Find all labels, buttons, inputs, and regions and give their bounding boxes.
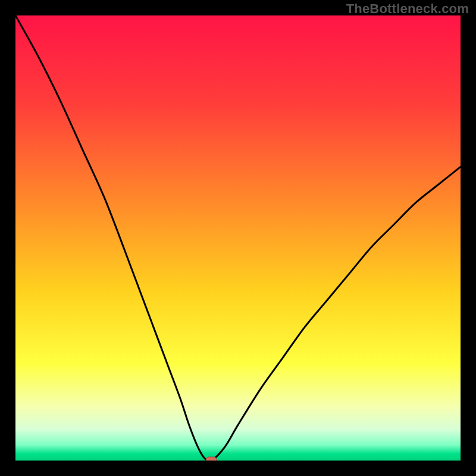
gradient-background: [15, 15, 461, 461]
watermark-text: TheBottleneck.com: [346, 1, 469, 17]
bottleneck-chart: [15, 15, 461, 461]
optimal-marker: [206, 457, 217, 461]
chart-frame: TheBottleneck.com: [0, 0, 476, 476]
plot-area: [15, 15, 461, 461]
